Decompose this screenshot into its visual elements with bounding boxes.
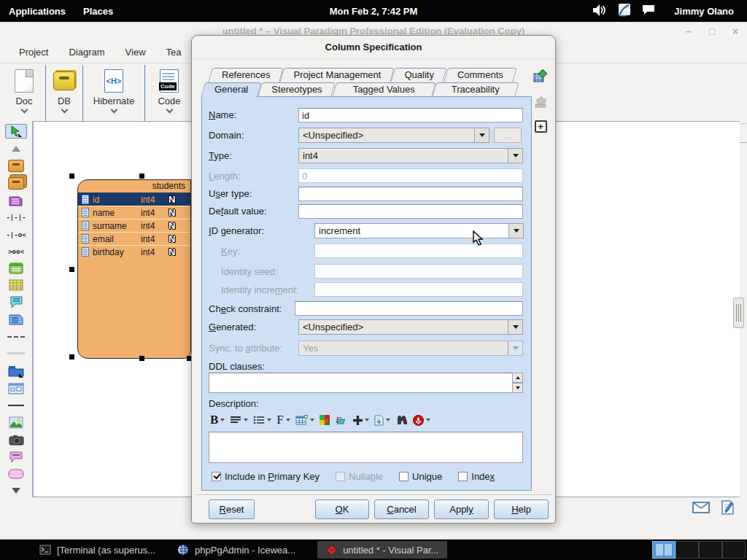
menu-team[interactable]: Tea <box>156 47 192 58</box>
tab-comments[interactable]: Comments <box>446 68 515 82</box>
model-transitor-icon[interactable] <box>533 69 548 86</box>
one-to-many-relationship-tool[interactable]: -|-o< <box>5 228 27 241</box>
table-icon[interactable] <box>294 414 316 426</box>
name-input[interactable] <box>298 108 523 122</box>
entity-row-birthday[interactable]: birthday int4 N <box>78 245 190 258</box>
id-generator-combo[interactable]: increment <box>314 223 524 238</box>
description-input[interactable] <box>209 432 523 463</box>
code-button[interactable]: Code Code <box>145 63 193 123</box>
record-audio-icon[interactable] <box>411 414 432 427</box>
checkbox-icon[interactable] <box>399 472 409 481</box>
scroll-up-icon[interactable] <box>5 142 27 155</box>
scroll-down-icon[interactable] <box>5 484 27 497</box>
selection-handle[interactable] <box>69 354 74 359</box>
default-value-input[interactable] <box>298 204 523 219</box>
one-to-one-relationship-tool[interactable]: -|-|- <box>5 211 27 224</box>
stored-procedure-tool[interactable] <box>5 262 27 275</box>
hibernate-button[interactable]: <H> Hibernate <box>83 63 144 123</box>
dropdown-arrow-icon[interactable] <box>474 128 489 142</box>
tab-traceability[interactable]: Traceability <box>434 82 517 97</box>
note-tool[interactable] <box>5 313 27 326</box>
index-checkbox[interactable]: Index <box>458 471 495 482</box>
tab-tagged-values[interactable]: Tagged Values <box>334 82 434 97</box>
workspace-1[interactable] <box>652 541 676 559</box>
insert-file-icon[interactable] <box>373 414 392 427</box>
domain-combo[interactable]: <Unspecified> <box>298 128 489 143</box>
workspace-2[interactable] <box>676 541 699 559</box>
list-icon[interactable] <box>252 415 273 425</box>
multi-entity-tool[interactable] <box>5 176 27 190</box>
tab-stereotypes[interactable]: Stereotypes <box>260 82 333 97</box>
dashed-connector-tool[interactable] <box>5 330 27 343</box>
chevron-down-icon[interactable] <box>61 106 68 114</box>
align-icon[interactable] <box>228 415 249 425</box>
tab-quality[interactable]: Quality <box>392 68 445 82</box>
selection-handle[interactable] <box>69 174 74 179</box>
type-combo[interactable]: int4 <box>298 148 523 163</box>
doc-button[interactable]: Doc <box>3 63 45 123</box>
selection-handle[interactable] <box>69 267 74 272</box>
task-phppgadmin[interactable]: phpPgAdmin - Icewea... <box>169 541 304 559</box>
applications-menu[interactable]: Applications <box>0 0 74 22</box>
chevron-down-icon[interactable] <box>110 106 117 114</box>
minimize-button[interactable]: – <box>683 22 694 41</box>
db-button[interactable]: DB <box>46 63 82 123</box>
apply-button[interactable]: Apply <box>434 499 489 519</box>
edit-document-icon[interactable] <box>721 500 734 517</box>
panel-grip[interactable] <box>733 298 744 328</box>
bold-icon[interactable]: B <box>209 412 226 428</box>
comment-tool[interactable] <box>5 450 27 463</box>
entity-row-surname[interactable]: surname int4 N <box>78 219 190 232</box>
plus-icon[interactable] <box>352 415 371 426</box>
cancel-button[interactable]: Cancel <box>374 499 429 519</box>
many-to-many-relationship-tool[interactable]: >oo< <box>5 245 27 258</box>
user-type-input[interactable] <box>298 187 523 201</box>
font-icon[interactable]: F <box>275 412 291 428</box>
ok-button[interactable]: OK <box>315 499 369 519</box>
menu-view[interactable]: View <box>115 47 156 58</box>
tab-references[interactable]: References <box>210 68 282 82</box>
find-icon[interactable] <box>394 415 409 425</box>
task-terminal[interactable]: [Terminal (as superus... <box>31 541 164 559</box>
entity-row-email[interactable]: email int4 N <box>78 232 190 245</box>
ddl-spinner[interactable] <box>512 373 523 393</box>
user-menu[interactable]: Jimmy Olano <box>665 0 743 22</box>
selection-handle[interactable] <box>139 356 144 361</box>
view-tool[interactable] <box>5 194 27 207</box>
workspace-3[interactable] <box>699 541 722 559</box>
entity-row-id[interactable]: id int4 N <box>78 192 190 206</box>
help-button[interactable]: Help <box>494 499 549 519</box>
screenshot-tool[interactable] <box>5 433 27 446</box>
color-grid-icon[interactable] <box>318 414 332 426</box>
chevron-down-icon[interactable] <box>166 106 173 114</box>
diagram-overview-tool[interactable] <box>5 382 27 395</box>
unique-checkbox[interactable]: Unique <box>399 471 442 482</box>
rounded-rectangle-tool[interactable] <box>5 467 27 481</box>
maximize-button[interactable]: □ <box>706 22 718 41</box>
selection-handle[interactable] <box>139 174 144 179</box>
places-menu[interactable]: Places <box>74 0 122 22</box>
tab-general[interactable]: General <box>203 82 260 98</box>
format-painter-icon[interactable]: F <box>334 414 349 426</box>
pen-input-icon[interactable] <box>617 3 632 20</box>
include-in-primary-key-checkbox[interactable]: Include in Primary Key <box>212 471 320 482</box>
entity-tool[interactable] <box>5 159 27 173</box>
chevron-down-icon[interactable] <box>20 106 28 114</box>
volume-icon[interactable] <box>592 4 607 19</box>
task-visual-paradigm[interactable]: untitled * - Visual Par... <box>317 541 447 559</box>
image-tool[interactable] <box>5 416 27 429</box>
line-tool[interactable] <box>5 399 27 412</box>
callout-tool[interactable] <box>5 295 27 309</box>
generated-combo[interactable]: <Unspecified> <box>298 319 523 335</box>
clock[interactable]: Mon Feb 2, 7:42 PM <box>330 6 418 17</box>
add-button[interactable]: + <box>535 120 547 133</box>
dropdown-arrow-icon[interactable] <box>508 224 523 238</box>
chat-icon[interactable] <box>642 4 655 18</box>
pointer-tool[interactable] <box>5 124 27 139</box>
workspace-4[interactable] <box>722 541 746 559</box>
menu-diagram[interactable]: Diagram <box>58 47 115 58</box>
folder-tool[interactable] <box>5 364 27 378</box>
database-view-tool[interactable] <box>5 279 27 292</box>
dropdown-arrow-icon[interactable] <box>508 149 522 163</box>
check-constraint-input[interactable] <box>295 301 523 316</box>
